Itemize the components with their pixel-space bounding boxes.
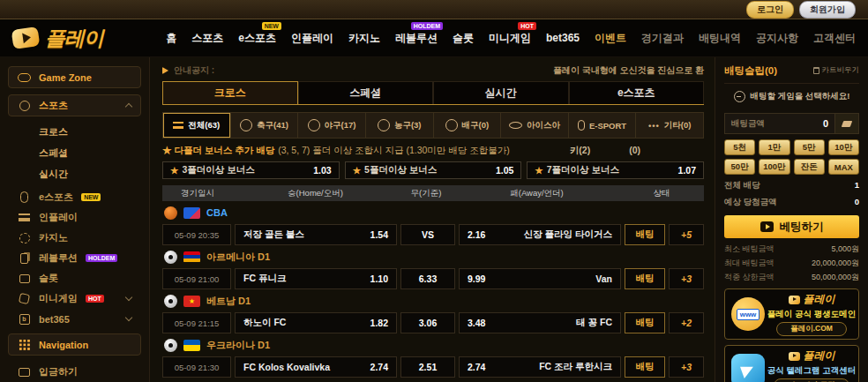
- banner-button[interactable]: 바로가기 클릭: [774, 378, 849, 382]
- sidebar-item-esports[interactable]: e스포츠 NEW: [0, 187, 149, 207]
- filter-basketball[interactable]: 농구(3): [366, 113, 434, 138]
- announcement-message: 플레이 국내형에 오신것을 진심으로 환: [553, 64, 704, 77]
- quick-amount-500k[interactable]: 50만: [724, 159, 755, 175]
- sidebar-item-sports[interactable]: 스포츠: [8, 94, 141, 116]
- filter-all[interactable]: 전체(63): [163, 113, 231, 138]
- home-odds-button[interactable]: FC Kolos Kovalivka2.74: [235, 356, 397, 378]
- nav-slot[interactable]: 슬롯: [453, 31, 474, 46]
- bonus-7folder-button[interactable]: ★7폴더이상 보너스1.07: [527, 161, 704, 179]
- nav-support[interactable]: 고객센터: [813, 31, 856, 46]
- quick-amount-max[interactable]: MAX: [828, 159, 859, 175]
- login-button[interactable]: 로그인: [746, 1, 794, 19]
- nav-sports[interactable]: 스포츠: [191, 31, 223, 46]
- star-icon: ★: [535, 165, 542, 176]
- league-name: CBA: [206, 207, 228, 218]
- nav-event[interactable]: 이벤트: [595, 31, 626, 46]
- quick-amount-1m[interactable]: 100만: [759, 159, 789, 175]
- away-odds-button[interactable]: 2.74FC 조라 루한시크: [459, 356, 621, 378]
- draw-odds-button[interactable]: 6.33: [400, 268, 455, 289]
- bet-button[interactable]: 배팅: [625, 356, 665, 378]
- sidebar-item-deposit[interactable]: 입금하기: [0, 362, 149, 382]
- tab-live[interactable]: 실시간: [433, 81, 569, 104]
- match-row: 05-09 21:00 FC 퓨니크1.10 6.33 9.99Van 배팅 +…: [162, 268, 704, 289]
- bonus-5folder-button[interactable]: ★5폴더이상 보너스1.05: [345, 161, 522, 179]
- logo[interactable]: 플레이: [12, 25, 103, 52]
- nav-results[interactable]: 경기결과: [641, 31, 684, 46]
- more-markets-button[interactable]: +2: [669, 312, 704, 333]
- ball-icon: [18, 99, 31, 112]
- sidebar-item-label: 카지노: [39, 231, 68, 244]
- quick-amount-50k[interactable]: 5만: [794, 139, 825, 155]
- signup-button[interactable]: 회원가입: [799, 1, 856, 19]
- filter-volleyball[interactable]: 배구(0): [434, 113, 502, 138]
- filter-esport[interactable]: E-SPORT: [569, 113, 637, 138]
- sidebar-item-game-zone[interactable]: Game Zone: [8, 66, 141, 88]
- amount-clear-button[interactable]: [835, 113, 859, 134]
- bet-amount-input[interactable]: 배팅금액 0: [724, 113, 835, 134]
- sidebar-item-revolution[interactable]: 레볼루션 HOLDEM: [0, 248, 149, 268]
- more-markets-button[interactable]: +3: [669, 268, 704, 289]
- mouse-icon: [578, 120, 585, 131]
- nav-minigame[interactable]: 미니게임HOT: [489, 31, 531, 46]
- bet-button[interactable]: 배팅: [625, 268, 665, 289]
- nav-notice[interactable]: 공지사항: [756, 31, 798, 46]
- home-team: 하노이 FC: [243, 317, 286, 329]
- filter-baseball[interactable]: 야구(17): [298, 113, 366, 138]
- banner-telegram[interactable]: 플레이 공식 텔레그램 고객센터 바로가기 클릭: [724, 345, 859, 382]
- banner-button[interactable]: 플레이.COM: [776, 322, 847, 336]
- sidebar-item-navigation[interactable]: Navigation: [8, 333, 141, 356]
- sidebar-item-cross[interactable]: 크로스: [39, 125, 149, 139]
- filter-label: 배구(0): [462, 120, 490, 131]
- nav-revolution[interactable]: 레볼루션HOLDEM: [395, 31, 438, 46]
- filter-icehockey[interactable]: 아이스아: [501, 113, 569, 138]
- sidebar-item-bet365[interactable]: b bet365: [0, 309, 149, 329]
- away-odds-button[interactable]: 3.48태 꽁 FC: [459, 312, 621, 333]
- home-odds-button[interactable]: FC 퓨니크1.10: [235, 268, 397, 289]
- sidebar-item-inplay[interactable]: 인플레이: [0, 207, 149, 228]
- away-odds-button[interactable]: 2.16신장 플라잉 타이거스: [459, 224, 621, 245]
- clear-cart-button[interactable]: 카트비우기: [813, 65, 860, 76]
- away-odds-button[interactable]: 9.99Van: [459, 268, 621, 289]
- away-team: FC 조라 루한시크: [539, 361, 612, 373]
- home-odds-button[interactable]: 저장 골든 불스1.54: [235, 224, 397, 245]
- max-win-label: 적중 상한금액: [724, 272, 774, 283]
- max-bet-label: 최대 배팅금액: [724, 258, 774, 269]
- bonus-odds: 1.07: [678, 165, 696, 176]
- bet-button[interactable]: 배팅: [625, 312, 665, 333]
- sidebar-item-minigame[interactable]: 미니게임 HOT: [0, 288, 149, 309]
- nav-bet365[interactable]: bet365: [546, 32, 580, 44]
- sidebar-item-live[interactable]: 실시간: [39, 168, 149, 181]
- sidebar-item-special[interactable]: 스페셜: [39, 146, 149, 160]
- nav-home[interactable]: 홈: [166, 31, 176, 46]
- content: Game Zone 스포츠 크로스 스페셜 실시간 e스포츠 NEW 인플레이: [0, 57, 868, 382]
- home-odds-button[interactable]: 하노이 FC1.82: [235, 312, 397, 333]
- filter-soccer[interactable]: 축구(41): [231, 113, 299, 138]
- total-odds-value: 1: [855, 180, 859, 191]
- draw-odds-button[interactable]: VS: [400, 224, 455, 245]
- more-markets-button[interactable]: +5: [669, 224, 704, 245]
- filter-etc[interactable]: •••기타(0): [636, 113, 703, 138]
- home-odds: 1.82: [370, 318, 388, 328]
- banner-domain[interactable]: www 플레이 플레이 공식 평생도메인 플레이.COM: [724, 288, 859, 340]
- draw-odds-button[interactable]: 3.06: [400, 312, 455, 333]
- max-win-value: 50,000,000원: [812, 272, 859, 283]
- quick-amount-100k[interactable]: 10만: [828, 139, 859, 155]
- nav-inplay[interactable]: 인플레이: [291, 31, 333, 46]
- quick-amount-change[interactable]: 잔돈: [794, 159, 825, 175]
- quick-amount-5k[interactable]: 5천: [724, 139, 755, 155]
- more-markets-button[interactable]: +3: [669, 356, 704, 378]
- sidebar-item-slot[interactable]: 슬롯: [0, 268, 149, 288]
- nav-casino[interactable]: 카지노: [348, 31, 380, 46]
- draw-odds-button[interactable]: 2.51: [400, 356, 455, 378]
- sidebar-item-casino[interactable]: 카지노: [0, 228, 149, 248]
- banner-title: 플레이 공식 평생도메인: [767, 309, 856, 320]
- place-bet-button[interactable]: 베팅하기: [724, 215, 859, 238]
- nav-esports[interactable]: e스포츠NEW: [238, 31, 276, 46]
- bonus-3folder-button[interactable]: ★3폴더이상 보너스1.03: [162, 161, 340, 179]
- tab-special[interactable]: 스페셜: [298, 81, 434, 104]
- nav-bet-history[interactable]: 배팅내역: [699, 31, 741, 46]
- tab-cross[interactable]: 크로스: [162, 81, 298, 104]
- quick-amount-10k[interactable]: 1만: [759, 139, 789, 155]
- bet-button[interactable]: 배팅: [625, 224, 665, 245]
- tab-esports[interactable]: e스포츠: [569, 81, 705, 104]
